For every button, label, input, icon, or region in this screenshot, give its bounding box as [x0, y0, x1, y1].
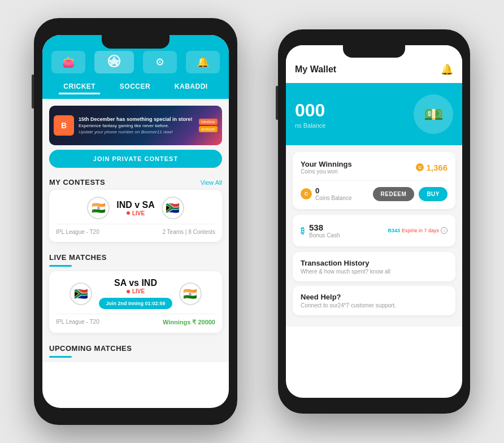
bonus-row: ₿ 538 Bonus Cash B343 Expirie in 7 days … [301, 223, 447, 238]
bonus-icon: ₿ [301, 226, 305, 235]
coins-balance-label: Coins Balance [315, 195, 351, 201]
upcoming-title: UPCOMING MATCHES [49, 344, 132, 353]
winnings-row: Your Winnings Coins you won C 1,366 [301, 160, 447, 175]
tab-kabaddi[interactable]: KABADDI [170, 80, 212, 94]
expiry-amount: B343 [388, 228, 400, 233]
cash-icon: 💵 [414, 94, 453, 134]
notch-2 [343, 45, 405, 58]
redeem-button[interactable]: REDEEM [373, 187, 415, 201]
live-status: LIVE [116, 210, 155, 216]
live-match-status: LIVE [99, 288, 172, 294]
live-match-dot [127, 290, 130, 293]
wallet-balance-section: 000 ns Balance 💵 [286, 83, 462, 145]
my-contest-card[interactable]: 🇮🇳 IND v SA LIVE 🇿🇦 IPL League - T20 2 T… [49, 190, 222, 242]
tab-cricket[interactable]: CRICKET [59, 80, 100, 94]
team2-flag: 🇿🇦 [162, 197, 184, 219]
winnings-info: Your Winnings Coins you won [301, 160, 352, 175]
match-footer: IPL League - T20 2 Teams | 8 Contests [56, 224, 215, 235]
wallet-bell-icon[interactable]: 🔔 [441, 63, 453, 76]
phone-1: 👛 ⚙ 🔔 CRICKET SOCCER KABADDI [34, 18, 237, 425]
coins-actions: REDEEM BUY [373, 187, 447, 201]
banner-prizes: takebox amazon [199, 119, 218, 132]
live-match-league: IPL League - T20 [56, 319, 99, 326]
winnings-card: Your Winnings Coins you won C 1,366 C 0 [293, 152, 455, 209]
live-match-title: SA vs IND [99, 278, 172, 288]
wallet-body: Your Winnings Coins you won C 1,366 C 0 [286, 145, 462, 327]
match-league: IPL League - T20 [56, 229, 99, 235]
live-match-info: SA vs IND LIVE Join 2nd Inning 01:02:59 [99, 278, 172, 309]
promo-banner[interactable]: B 15th December has something special in… [49, 106, 222, 145]
buy-button[interactable]: BUY [419, 187, 447, 201]
join-innings-button[interactable]: Join 2nd Inning 01:02:59 [99, 298, 172, 309]
live-team1-flag: 🇿🇦 [69, 283, 92, 305]
notch-1 [102, 35, 170, 49]
coin-icon: C [416, 163, 424, 171]
my-contests-title: MY CONTESTS [49, 178, 105, 186]
upcoming-header: UPCOMING MATCHES [42, 338, 229, 356]
header-top: 👛 ⚙ 🔔 [51, 51, 220, 73]
section-divider [49, 265, 72, 267]
phone-2-screen: My Wallet 🔔 000 ns Balance 💵 Your Winnin… [286, 45, 462, 398]
join-private-contest-button[interactable]: JOIN PRIVATE CONTEST [49, 150, 222, 168]
logo-svg [105, 53, 123, 71]
my-contests-header: MY CONTESTS View All [42, 172, 229, 190]
wallet-icon[interactable]: 👛 [51, 51, 85, 73]
prize-tag-1: takebox [199, 119, 218, 125]
balance-label: ns Balance [295, 122, 325, 129]
live-matches-header: LIVE MATCHES [42, 247, 229, 265]
match-stats: 2 Teams | 8 Contests [162, 229, 215, 235]
view-all-button[interactable]: View All [201, 179, 222, 186]
app-body: B 15th December has something special in… [42, 99, 229, 362]
live-team2-flag: 🇮🇳 [179, 283, 202, 305]
live-match-winnings: Winnings ₹ 20000 [163, 319, 215, 326]
nav-tabs: CRICKET SOCCER KABADDI [51, 80, 220, 99]
transaction-title: Transaction History [301, 259, 447, 267]
match-info: IND v SA LIVE [116, 200, 155, 216]
live-match-card[interactable]: 🇿🇦 SA vs IND LIVE Join 2nd Inning 01:02:… [49, 271, 222, 333]
live-match-teams: 🇿🇦 SA vs IND LIVE Join 2nd Inning 01:02:… [56, 278, 215, 309]
expiry-text: B343 Expirie in 7 days i [388, 227, 447, 234]
coins-details: 0 Coins Balance [315, 186, 351, 201]
bonus-details: 538 Bonus Cash [309, 223, 340, 238]
winnings-subtitle: Coins you won [301, 168, 352, 175]
live-matches-title: LIVE MATCHES [49, 253, 107, 262]
coins-value: 0 [315, 186, 351, 195]
match-teams: 🇮🇳 IND v SA LIVE 🇿🇦 [56, 197, 215, 219]
settings-icon[interactable]: ⚙ [143, 51, 177, 73]
tab-soccer[interactable]: SOCCER [115, 80, 155, 94]
need-help-item[interactable]: Need Help? Connect to our24*7 customer s… [293, 286, 455, 315]
live-match-footer: IPL League - T20 Winnings ₹ 20000 [56, 314, 215, 326]
phone-1-screen: 👛 ⚙ 🔔 CRICKET SOCCER KABADDI [42, 35, 229, 408]
bell-icon[interactable]: 🔔 [186, 51, 220, 73]
bonus-left: ₿ 538 Bonus Cash [301, 223, 340, 238]
divider-1 [301, 180, 447, 181]
app-logo [94, 51, 134, 73]
transaction-history-item[interactable]: Transaction History Where & how much spe… [293, 252, 455, 281]
winnings-amount: C 1,366 [416, 163, 447, 172]
bonus-label: Bonus Cash [309, 232, 340, 238]
prize-tag-2: amazon [199, 126, 218, 132]
winnings-label: Your Winnings [301, 160, 352, 168]
bonus-amount: 538 [309, 223, 340, 232]
upcoming-divider [49, 356, 72, 358]
help-title: Need Help? [301, 293, 447, 301]
help-subtitle: Connect to our24*7 customer support. [301, 302, 447, 309]
balance-amount: 000 [295, 100, 325, 121]
coins-row: C 0 Coins Balance REDEEM BUY [301, 186, 447, 201]
team1-flag: 🇮🇳 [87, 197, 110, 219]
wallet-title: My Wallet [295, 64, 336, 75]
banner-logo: B [54, 115, 74, 136]
balance-info: 000 ns Balance [295, 100, 325, 129]
banner-text: 15th December has something special in s… [79, 116, 194, 136]
bonus-card: ₿ 538 Bonus Cash B343 Expirie in 7 days … [293, 215, 455, 246]
match-title: IND v SA [116, 200, 155, 210]
info-icon[interactable]: i [441, 227, 447, 234]
coins-circle-icon: C [301, 188, 312, 199]
phone-2: My Wallet 🔔 000 ns Balance 💵 Your Winnin… [278, 29, 470, 414]
live-dot [127, 211, 130, 215]
coins-info: C 0 Coins Balance [301, 186, 351, 201]
transaction-subtitle: Where & how much spent? know all [301, 268, 447, 275]
